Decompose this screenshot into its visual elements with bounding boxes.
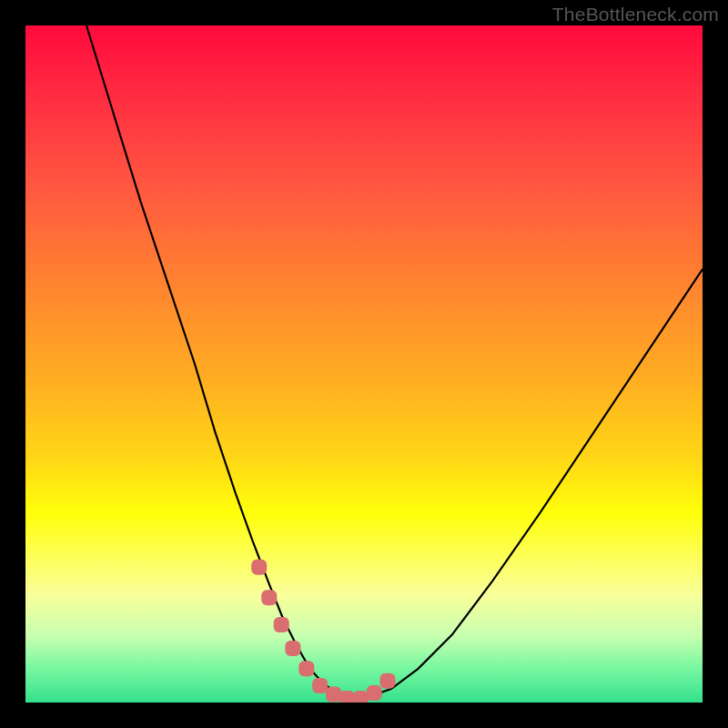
bottleneck-marker	[274, 617, 289, 632]
bottleneck-marker-group	[251, 560, 395, 703]
bottleneck-marker	[380, 673, 396, 689]
bottleneck-chart	[25, 25, 703, 703]
bottleneck-marker	[339, 691, 355, 703]
bottleneck-marker	[261, 590, 277, 605]
performance-curve	[86, 25, 703, 699]
bottleneck-marker	[312, 678, 328, 693]
bottleneck-marker	[298, 661, 314, 676]
bottleneck-marker	[285, 641, 300, 656]
watermark-text: TheBottleneck.com	[552, 4, 719, 25]
bottleneck-marker	[367, 685, 382, 701]
bottleneck-marker	[326, 687, 341, 703]
bottleneck-marker	[353, 691, 369, 703]
bottleneck-marker	[251, 560, 267, 575]
